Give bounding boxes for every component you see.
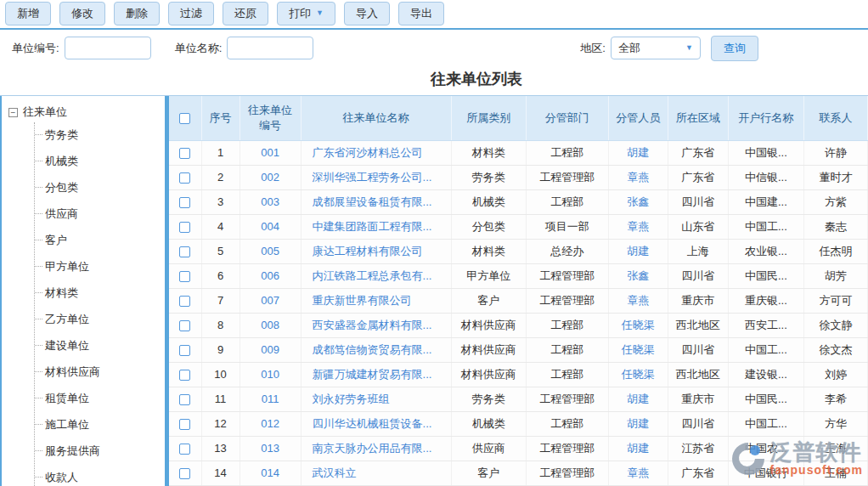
cell-manager-link[interactable]: 胡建 <box>608 411 668 436</box>
row-checkbox-cell <box>169 436 201 461</box>
sidebar-item[interactable]: 乙方单位 <box>35 307 165 333</box>
toolbar-button[interactable]: 删除 <box>114 2 160 25</box>
row-checkbox[interactable] <box>179 197 190 208</box>
sidebar-item[interactable]: 收款人 <box>35 465 165 486</box>
unit-name-input[interactable] <box>227 37 313 59</box>
cell-name-link[interactable]: 成都展望设备租赁有限... <box>301 189 451 214</box>
cell-code-link[interactable]: 002 <box>240 165 301 189</box>
row-checkbox-cell <box>169 288 201 313</box>
cell-code-link[interactable]: 003 <box>240 189 301 214</box>
cell-manager-link[interactable]: 任晓渠 <box>608 362 668 387</box>
row-checkbox[interactable] <box>179 370 190 381</box>
cell-name-link[interactable]: 成都笃信物资贸易有限... <box>301 337 451 362</box>
cell-manager-link[interactable]: 任晓渠 <box>608 337 668 362</box>
cell-dept: 工程部 <box>526 362 608 387</box>
toolbar-button[interactable]: 新增 <box>5 2 51 25</box>
print-button[interactable]: 打印 ▼ <box>277 2 335 25</box>
row-checkbox[interactable] <box>179 394 190 405</box>
cell-code-link[interactable]: 001 <box>240 140 301 165</box>
cell-manager-link[interactable]: 胡建 <box>608 140 668 165</box>
cell-code-link[interactable]: 013 <box>240 436 301 461</box>
cell-name-link[interactable]: 重庆新世界有限公司 <box>301 288 451 313</box>
cell-code-link[interactable]: 004 <box>240 214 301 239</box>
sidebar-item[interactable]: 材料供应商 <box>35 359 165 386</box>
cell-dept: 工程部 <box>526 411 608 436</box>
row-checkbox[interactable] <box>179 222 190 233</box>
cell-region: 重庆市 <box>668 387 728 411</box>
collapse-icon[interactable]: − <box>8 108 18 117</box>
cell-manager-link[interactable]: 张鑫 <box>608 189 668 214</box>
sidebar-item[interactable]: 材料类 <box>35 280 165 307</box>
cell-code-link[interactable]: 007 <box>240 288 301 313</box>
cell-name-link[interactable]: 内江铁路工程总承包有... <box>301 263 451 288</box>
sidebar-item[interactable]: 机械类 <box>35 149 165 175</box>
select-all-checkbox[interactable] <box>179 113 190 124</box>
cell-manager-link[interactable]: 章燕 <box>608 165 668 189</box>
cell-manager-link[interactable]: 章燕 <box>608 288 668 313</box>
cell-code-link[interactable]: 011 <box>240 387 301 411</box>
row-checkbox[interactable] <box>179 246 190 257</box>
cell-name-link[interactable]: 新疆万城建材贸易有限... <box>301 362 451 387</box>
cell-code-link[interactable]: 010 <box>240 362 301 387</box>
cell-code-link[interactable]: 008 <box>240 313 301 337</box>
sidebar-item[interactable]: 甲方单位 <box>35 254 165 280</box>
query-button[interactable]: 查询 <box>711 36 758 61</box>
cell-manager-link[interactable]: 胡建 <box>608 387 668 411</box>
cell-manager-link[interactable]: 章燕 <box>608 214 668 239</box>
cell-code-link[interactable]: 006 <box>240 263 301 288</box>
toolbar-button[interactable]: 修改 <box>59 2 105 25</box>
col-contact: 联系人 <box>803 96 867 140</box>
cell-region: 四川省 <box>668 189 728 214</box>
cell-name-link[interactable]: 四川华达机械租赁设备... <box>301 411 451 436</box>
sidebar-item[interactable]: 租赁单位 <box>35 386 165 412</box>
cell-name-link[interactable]: 武汉科立 <box>301 461 451 485</box>
page-title: 往来单位列表 <box>0 66 868 95</box>
sidebar-item[interactable]: 劳务类 <box>35 122 165 149</box>
cell-manager-link[interactable]: 任晓渠 <box>608 313 668 337</box>
sidebar-item[interactable]: 供应商 <box>35 201 165 228</box>
cell-manager-link[interactable]: 胡建 <box>608 436 668 461</box>
row-checkbox[interactable] <box>179 172 190 184</box>
cell-manager-link[interactable]: 张鑫 <box>608 263 668 288</box>
cell-category: 客户 <box>451 288 526 313</box>
cell-name-link[interactable]: 中建集团路面工程有限... <box>301 214 451 239</box>
cell-bank: 中国农... <box>728 436 803 461</box>
cell-name-link[interactable]: 西安盛器金属材料有限... <box>301 313 451 337</box>
row-checkbox-cell <box>169 411 201 436</box>
cell-region: 西北地区 <box>668 362 728 387</box>
row-checkbox[interactable] <box>179 345 190 356</box>
row-checkbox[interactable] <box>179 468 190 479</box>
toolbar-button[interactable]: 导入 <box>344 2 390 25</box>
row-checkbox[interactable] <box>179 419 190 430</box>
row-checkbox[interactable] <box>179 296 190 307</box>
region-select[interactable]: 全部 ▼ <box>611 37 701 59</box>
cell-code-link[interactable]: 005 <box>240 239 301 263</box>
unit-code-input[interactable] <box>65 37 151 59</box>
cell-seq: 10 <box>201 362 240 387</box>
sidebar-item[interactable]: 施工单位 <box>35 412 165 438</box>
row-checkbox-cell <box>169 387 201 411</box>
cell-name-link[interactable]: 康达工程材料有限公司 <box>301 239 451 263</box>
sidebar-item[interactable]: 服务提供商 <box>35 438 165 465</box>
cell-name-link[interactable]: 刘永好劳务班组 <box>301 387 451 411</box>
row-checkbox[interactable] <box>179 148 190 159</box>
cell-name-link[interactable]: 广东省河沙材料总公司 <box>301 140 451 165</box>
cell-code-link[interactable]: 012 <box>240 411 301 436</box>
row-checkbox[interactable] <box>179 271 190 282</box>
toolbar-button[interactable]: 还原 <box>223 2 268 25</box>
sidebar-root-node[interactable]: − 往来单位 <box>2 99 165 122</box>
toolbar-button[interactable]: 过滤 <box>168 2 214 25</box>
cell-name-link[interactable]: 深圳华强工程劳务公司... <box>301 165 451 189</box>
row-checkbox[interactable] <box>179 444 190 455</box>
cell-code-link[interactable]: 009 <box>240 337 301 362</box>
cell-manager-link[interactable]: 胡建 <box>608 239 668 263</box>
cell-manager-link[interactable]: 章燕 <box>608 461 668 485</box>
cell-category: 劳务类 <box>451 387 526 411</box>
cell-name-link[interactable]: 南京天脉办公用品有限... <box>301 436 451 461</box>
sidebar-item[interactable]: 建设单位 <box>35 333 165 359</box>
sidebar-item[interactable]: 分包类 <box>35 175 165 201</box>
toolbar-button[interactable]: 导出 <box>398 2 444 25</box>
cell-code-link[interactable]: 014 <box>240 461 301 485</box>
row-checkbox[interactable] <box>179 320 190 331</box>
sidebar-item[interactable]: 客户 <box>35 228 165 254</box>
